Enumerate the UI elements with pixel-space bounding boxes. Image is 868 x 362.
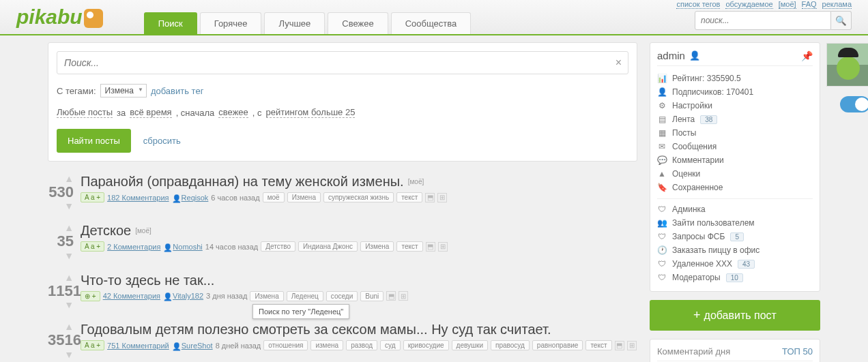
avatar[interactable] — [826, 43, 868, 87]
comments-link[interactable]: 42 Комментария — [103, 292, 160, 300]
save-icon[interactable]: ⬒ — [425, 193, 435, 202]
tag[interactable]: правосуд — [491, 340, 530, 350]
text-badge[interactable]: A a + — [81, 192, 104, 202]
top-link[interactable]: [моё] — [779, 0, 796, 9]
tag[interactable]: отношения — [263, 340, 308, 350]
tag[interactable]: девушки — [452, 340, 488, 350]
text-badge[interactable]: A a + — [81, 241, 104, 252]
user-menu-item[interactable]: ▦Посты — [657, 126, 813, 140]
post-title[interactable]: Годовалым детям полезно смотреть за секс… — [81, 322, 551, 337]
tag[interactable]: измена — [310, 340, 343, 350]
add-post-button[interactable]: добавить пост — [650, 300, 820, 331]
tag[interactable]: равноправие — [532, 340, 583, 350]
top-link[interactable]: обсуждаемое — [725, 0, 772, 9]
username[interactable]: admin — [657, 50, 685, 61]
save-icon[interactable]: ⬒ — [426, 242, 435, 252]
filter-search-input[interactable] — [57, 51, 628, 74]
downvote-icon[interactable]: ▼ — [48, 300, 74, 310]
search-input[interactable] — [695, 11, 831, 30]
add-tag-link[interactable]: добавить тег — [151, 86, 203, 96]
upvote-icon[interactable]: ▲ — [48, 223, 74, 232]
user-menu-item[interactable]: ✉Сообщения — [657, 140, 813, 153]
badge: 43 — [738, 260, 755, 269]
nav-tab-Свежее[interactable]: Свежее — [328, 12, 388, 34]
more-icon[interactable]: ⊞ — [437, 193, 447, 202]
tag[interactable]: развод — [346, 340, 377, 350]
tag[interactable]: текст — [396, 192, 422, 202]
post-title[interactable]: Детское — [81, 223, 131, 239]
tag[interactable]: Измена — [287, 192, 321, 202]
filter-fresh[interactable]: свежее — [218, 107, 248, 118]
save-icon[interactable]: ⬒ — [386, 291, 396, 301]
comments-link[interactable]: 182 Комментария — [107, 194, 169, 202]
tag[interactable]: Детство — [261, 241, 295, 252]
tag[interactable]: Измена — [250, 291, 283, 301]
reset-link[interactable]: сбросить — [143, 136, 181, 146]
filter-rating[interactable]: рейтингом больше 25 — [266, 107, 356, 118]
nav-tab-Лучшее[interactable]: Лучшее — [264, 12, 325, 34]
text-badge[interactable]: ⊕ + — [81, 291, 100, 301]
downvote-icon[interactable]: ▼ — [48, 251, 74, 260]
cd-top-link[interactable]: ТОП 50 — [782, 346, 813, 357]
nav-tab-Поиск[interactable]: Поиск — [144, 12, 197, 34]
text-badge[interactable]: A a + — [81, 340, 104, 350]
user-menu-item[interactable]: ⚙Настройки — [657, 99, 813, 112]
author-link[interactable]: Nomoshi — [173, 243, 202, 251]
author-link[interactable]: SureShot — [182, 342, 213, 350]
search-button[interactable]: 🔍 — [831, 11, 852, 30]
tag[interactable]: Леденец — [287, 291, 323, 301]
user-menu-item[interactable]: 🛡Удаленное XXX43 — [657, 257, 813, 271]
user-menu-item[interactable]: ▲Оценки — [657, 167, 813, 181]
user-menu-item[interactable]: 🕐Заказать пиццу в офис — [657, 243, 813, 257]
post-title[interactable]: Что-то здесь не так... — [81, 273, 214, 288]
tag[interactable]: Измена — [360, 241, 394, 252]
save-icon[interactable]: ⬒ — [615, 341, 624, 350]
author-link[interactable]: Vitaly182 — [173, 292, 203, 300]
top-link[interactable]: FAQ — [802, 0, 817, 9]
menu-label: Зайти пользователем — [672, 218, 755, 228]
tag[interactable]: текст — [396, 241, 422, 252]
tag[interactable]: Buni — [360, 291, 384, 301]
nav-tab-Горячее[interactable]: Горячее — [200, 12, 262, 34]
pin-icon[interactable]: 📌 — [801, 50, 813, 61]
user-menu-item[interactable]: ▤Лента38 — [657, 112, 813, 126]
top-link[interactable]: реклама — [822, 0, 852, 9]
comments-link[interactable]: 2 Комментария — [107, 243, 160, 251]
top-link[interactable]: список тегов — [676, 0, 720, 9]
user-menu-item[interactable]: 🛡Модераторы10 — [657, 271, 813, 284]
comments-link[interactable]: 751 Комментарий — [107, 342, 169, 350]
tag[interactable]: кривосудие — [403, 340, 449, 350]
more-icon[interactable]: ⊞ — [399, 291, 408, 301]
logo[interactable]: pikabu — [16, 5, 103, 29]
downvote-icon[interactable]: ▼ — [48, 350, 74, 359]
find-posts-button[interactable]: Найти посты — [57, 129, 131, 153]
nav-tab-Сообщества[interactable]: Сообщества — [391, 12, 472, 34]
upvote-icon[interactable]: ▲ — [48, 322, 74, 331]
tag[interactable]: соседи — [326, 291, 358, 301]
upvote-icon[interactable]: ▲ — [48, 174, 74, 183]
user-menu-item[interactable]: 🛡Админка — [657, 198, 813, 216]
user-menu-item[interactable]: 🛡Запросы ФСБ5 — [657, 230, 813, 243]
upvote-icon[interactable]: ▲ — [48, 273, 74, 282]
post-title[interactable]: Паранойя (оправданная) на тему женской и… — [81, 174, 404, 190]
user-menu-item[interactable]: 👤Подписчиков: 170401 — [657, 85, 813, 99]
user-menu-item[interactable]: 🔖Сохраненное — [657, 181, 813, 194]
downvote-icon[interactable]: ▼ — [48, 201, 74, 211]
tag[interactable]: Индиана Джонс — [298, 241, 358, 252]
more-icon[interactable]: ⊞ — [627, 341, 637, 350]
author-link[interactable]: Reqisok — [182, 194, 209, 202]
theme-toggle[interactable] — [840, 96, 868, 112]
filter-any[interactable]: Любые посты — [57, 107, 113, 118]
tag[interactable]: супружеская жизнь — [323, 192, 394, 202]
user-menu-item[interactable]: 📊Рейтинг: 335590.5 — [657, 72, 813, 85]
filter-time[interactable]: всё время — [130, 107, 171, 118]
tag[interactable]: текст — [585, 340, 611, 350]
user-menu-item[interactable]: 👥Зайти пользователем — [657, 216, 813, 230]
tag[interactable]: суд — [380, 340, 401, 350]
more-icon[interactable]: ⊞ — [438, 242, 448, 252]
post-time: 6 часов назад — [211, 194, 259, 202]
clear-icon[interactable]: × — [616, 57, 622, 69]
tag-select[interactable]: Измена — [100, 84, 147, 97]
user-menu-item[interactable]: 💬Комментарии — [657, 153, 813, 167]
tag[interactable]: моё — [263, 192, 285, 202]
